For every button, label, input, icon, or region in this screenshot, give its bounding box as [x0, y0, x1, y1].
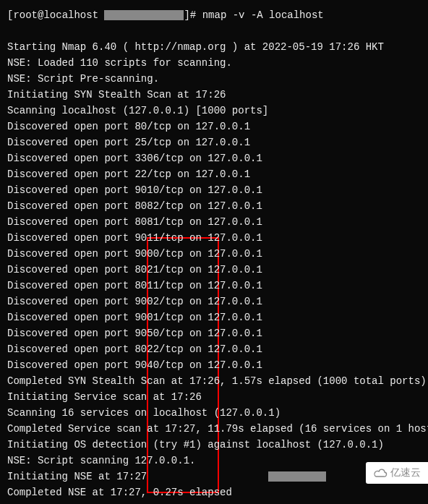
scanning-line: Scanning localhost (127.0.0.1) [1000 por… — [7, 103, 421, 119]
svc-complete-line: Completed Service scan at 17:27, 11.79s … — [7, 421, 421, 437]
redacted-block — [268, 471, 326, 482]
port-line: Discovered open port 9050/tcp on 127.0.0… — [7, 325, 421, 341]
port-line: Discovered open port 9011/tcp on 127.0.0… — [7, 230, 421, 246]
port-line: Discovered open port 8011/tcp on 127.0.0… — [7, 278, 421, 294]
syn-complete-line: Completed SYN Stealth Scan at 17:26, 1.5… — [7, 373, 421, 389]
port-line: Discovered open port 9001/tcp on 127.0.0… — [7, 309, 421, 325]
nse-scanning-line: NSE: Script scanning 127.0.0.1. — [7, 453, 421, 469]
prompt-host: localhost — [43, 9, 98, 21]
nse-init-line: Initiating NSE at 17:27 — [7, 469, 421, 484]
prompt-user: root — [13, 9, 38, 21]
blank-line — [7, 23, 421, 39]
os-init-line: Initiating OS detection (try #1) against… — [7, 437, 421, 453]
discovered-ports: Discovered open port 80/tcp on 127.0.0.1… — [7, 119, 421, 373]
port-line: Discovered open port 9010/tcp on 127.0.0… — [7, 182, 421, 198]
command-text: nmap -v -A localhost — [202, 9, 324, 21]
port-line: Discovered open port 8081/tcp on 127.0.0… — [7, 214, 421, 230]
redacted-path — [104, 10, 184, 20]
svc-scanning-line: Scanning 16 services on localhost (127.0… — [7, 405, 421, 421]
port-line: Discovered open port 9002/tcp on 127.0.0… — [7, 294, 421, 309]
port-line: Discovered open port 8022/tcp on 127.0.0… — [7, 341, 421, 357]
starting-line: Starting Nmap 6.40 ( http://nmap.org ) a… — [7, 39, 421, 55]
port-line: Discovered open port 8021/tcp on 127.0.0… — [7, 262, 421, 278]
nse-complete-line: Completed NSE at 17:27, 0.27s elapsed — [7, 484, 421, 500]
syn-init-line: Initiating SYN Stealth Scan at 17:26 — [7, 87, 421, 103]
port-line: Discovered open port 9000/tcp on 127.0.0… — [7, 246, 421, 262]
port-line: Discovered open port 3306/tcp on 127.0.0… — [7, 150, 421, 166]
port-line: Discovered open port 8082/tcp on 127.0.0… — [7, 198, 421, 214]
nse-prescan-line: NSE: Script Pre-scanning. — [7, 71, 421, 87]
port-line: Discovered open port 25/tcp on 127.0.0.1 — [7, 134, 421, 150]
nse-loaded-line: NSE: Loaded 110 scripts for scanning. — [7, 55, 421, 71]
watermark-text: 亿速云 — [390, 465, 421, 481]
svc-init-line: Initiating Service scan at 17:26 — [7, 389, 421, 405]
prompt-line[interactable]: [root@localhost ]# nmap -v -A localhost — [7, 7, 421, 23]
cloud-icon — [373, 468, 388, 478]
port-line: Discovered open port 80/tcp on 127.0.0.1 — [7, 119, 421, 134]
watermark-badge: 亿速云 — [366, 462, 428, 484]
port-line: Discovered open port 22/tcp on 127.0.0.1 — [7, 166, 421, 182]
port-line: Discovered open port 9040/tcp on 127.0.0… — [7, 357, 421, 373]
